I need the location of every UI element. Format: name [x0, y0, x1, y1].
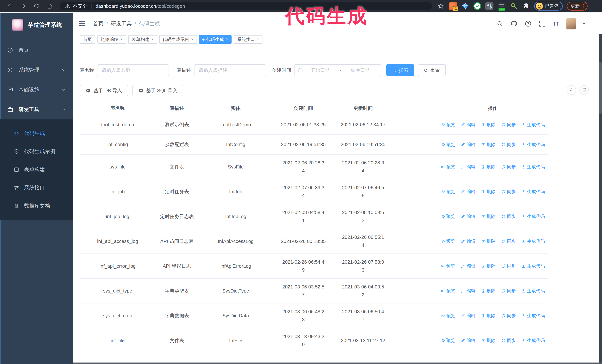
- sync-link[interactable]: 同步: [501, 288, 516, 294]
- preview-link[interactable]: 预览: [441, 288, 455, 294]
- back-icon[interactable]: [6, 2, 13, 10]
- search-button[interactable]: 搜索: [387, 64, 414, 76]
- preview-link[interactable]: 预览: [441, 142, 455, 147]
- tab-system-api[interactable]: 系统接口×: [234, 35, 262, 44]
- sync-link[interactable]: 同步: [501, 263, 516, 269]
- edit-link[interactable]: 编辑: [461, 338, 475, 343]
- breadcrumb-home[interactable]: 首页: [93, 20, 104, 27]
- generate-code-link[interactable]: 生成代码: [521, 238, 545, 244]
- edit-link[interactable]: 编辑: [461, 263, 475, 269]
- edit-link[interactable]: 编辑: [461, 164, 475, 170]
- close-icon[interactable]: ×: [120, 37, 123, 42]
- sidebar-item-system-management[interactable]: 系统管理: [0, 60, 73, 80]
- browser-menu-icon[interactable]: [582, 4, 584, 9]
- reload-icon[interactable]: [32, 2, 40, 10]
- sync-link[interactable]: 同步: [501, 313, 516, 319]
- close-icon[interactable]: ×: [191, 37, 194, 42]
- preview-link[interactable]: 预览: [441, 238, 455, 244]
- sidebar-item-codegen[interactable]: 代码生成: [0, 124, 73, 142]
- font-size-icon[interactable]: tT: [552, 20, 560, 28]
- preview-link[interactable]: 预览: [441, 122, 455, 128]
- preview-link[interactable]: 预览: [441, 338, 455, 343]
- generate-code-link[interactable]: 生成代码: [521, 338, 545, 343]
- generate-code-link[interactable]: 生成代码: [521, 263, 545, 269]
- sidebar-item-db-docs[interactable]: 数据库文档: [0, 197, 73, 215]
- reset-button[interactable]: 重置: [418, 64, 446, 76]
- fullscreen-icon[interactable]: [538, 20, 546, 28]
- sync-link[interactable]: 同步: [501, 142, 516, 147]
- preview-link[interactable]: 预览: [441, 189, 455, 195]
- delete-link[interactable]: 删除: [481, 238, 496, 244]
- generate-code-link[interactable]: 生成代码: [521, 142, 545, 147]
- user-avatar[interactable]: [566, 18, 576, 30]
- delete-link[interactable]: 删除: [481, 263, 496, 269]
- tab-codegen-example[interactable]: 代码生成示例×: [159, 35, 197, 44]
- extension-key-icon[interactable]: [510, 2, 518, 10]
- edit-link[interactable]: 编辑: [461, 213, 475, 219]
- collapse-menu-icon[interactable]: [79, 20, 86, 27]
- update-button[interactable]: 更新: [567, 2, 588, 10]
- close-icon[interactable]: ×: [257, 37, 259, 42]
- delete-link[interactable]: 删除: [481, 288, 496, 294]
- sidebar-item-codegen-example[interactable]: 代码生成示例: [0, 142, 73, 161]
- extensions-puzzle-icon[interactable]: [522, 2, 530, 10]
- preview-link[interactable]: 预览: [441, 213, 455, 219]
- sidebar-item-dev-tools[interactable]: 研发工具: [0, 100, 73, 119]
- tab-form-builder[interactable]: 表单构建×: [128, 35, 157, 44]
- edit-link[interactable]: 编辑: [461, 142, 475, 147]
- delete-link[interactable]: 删除: [481, 142, 496, 147]
- preview-link[interactable]: 预览: [441, 313, 455, 319]
- edit-link[interactable]: 编辑: [461, 122, 475, 128]
- delete-link[interactable]: 删除: [481, 122, 496, 128]
- sync-link[interactable]: 同步: [501, 122, 516, 128]
- sidebar-item-system-api[interactable]: 系统接口: [0, 179, 73, 197]
- edit-link[interactable]: 编辑: [461, 189, 475, 195]
- generate-code-link[interactable]: 生成代码: [521, 213, 545, 219]
- generate-code-link[interactable]: 生成代码: [521, 164, 545, 170]
- scrollbar-thumb[interactable]: [599, 62, 602, 114]
- generate-code-link[interactable]: 生成代码: [521, 288, 545, 294]
- edit-link[interactable]: 编辑: [461, 238, 475, 244]
- address-bar[interactable]: 不安全 dashboard.yudao.iocoder.cn /tool/cod…: [60, 2, 432, 10]
- extension-gem-icon[interactable]: [461, 2, 469, 10]
- bottom-scrollbar-track[interactable]: [0, 363, 602, 364]
- table-name-input[interactable]: [97, 64, 169, 76]
- preview-link[interactable]: 预览: [441, 164, 455, 170]
- refresh-table-button[interactable]: [580, 85, 589, 95]
- delete-link[interactable]: 删除: [481, 213, 496, 219]
- extension-sliders-icon[interactable]: [485, 2, 494, 10]
- sync-link[interactable]: 同步: [501, 213, 516, 219]
- import-db-button[interactable]: 基于 DB 导入: [80, 85, 128, 96]
- bookmark-star-icon[interactable]: [437, 2, 445, 10]
- tab-home[interactable]: 首页: [80, 35, 95, 44]
- sidebar-item-form-builder[interactable]: 表单构建: [0, 161, 73, 179]
- close-icon[interactable]: ×: [226, 37, 228, 42]
- sidebar-item-infrastructure[interactable]: 基础设施: [0, 80, 73, 100]
- extension-proxy-icon[interactable]: on: [497, 2, 506, 10]
- toggle-search-button[interactable]: [567, 85, 576, 95]
- sync-link[interactable]: 同步: [501, 238, 516, 244]
- edit-link[interactable]: 编辑: [461, 288, 475, 294]
- tab-tracing[interactable]: 链路追踪×: [97, 35, 126, 44]
- help-icon[interactable]: [524, 20, 532, 28]
- app-logo[interactable]: 芋道管理系统: [0, 13, 73, 37]
- sync-link[interactable]: 同步: [501, 164, 516, 170]
- delete-link[interactable]: 删除: [481, 313, 496, 319]
- delete-link[interactable]: 删除: [481, 338, 496, 343]
- date-range-picker[interactable]: 开始日期 - 结束日期: [294, 64, 381, 76]
- profile-paused-badge[interactable]: 已暂停: [534, 2, 563, 10]
- close-icon[interactable]: ×: [151, 37, 154, 42]
- extension-check-icon[interactable]: [473, 2, 481, 10]
- forward-icon[interactable]: [19, 2, 27, 10]
- table-desc-input[interactable]: [194, 64, 266, 76]
- github-icon[interactable]: [510, 20, 518, 28]
- sidebar-item-home[interactable]: 首页: [0, 40, 73, 60]
- generate-code-link[interactable]: 生成代码: [521, 189, 545, 195]
- delete-link[interactable]: 删除: [481, 164, 496, 170]
- home-icon[interactable]: [46, 2, 53, 10]
- extension-orange-icon[interactable]: 1: [449, 2, 457, 10]
- delete-link[interactable]: 删除: [481, 189, 496, 195]
- generate-code-link[interactable]: 生成代码: [521, 313, 545, 319]
- sync-link[interactable]: 同步: [501, 338, 516, 343]
- preview-link[interactable]: 预览: [441, 263, 455, 269]
